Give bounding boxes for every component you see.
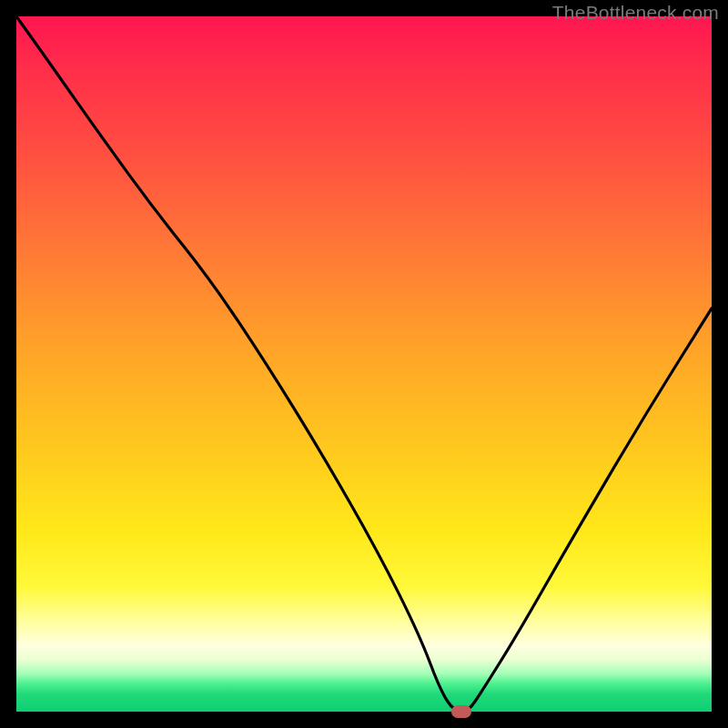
- curve-path: [16, 16, 712, 712]
- bottleneck-curve: [16, 16, 712, 712]
- chart-frame: TheBottleneck.com: [0, 0, 728, 728]
- chart-plot-area: [16, 16, 712, 712]
- optimum-marker: [451, 705, 471, 718]
